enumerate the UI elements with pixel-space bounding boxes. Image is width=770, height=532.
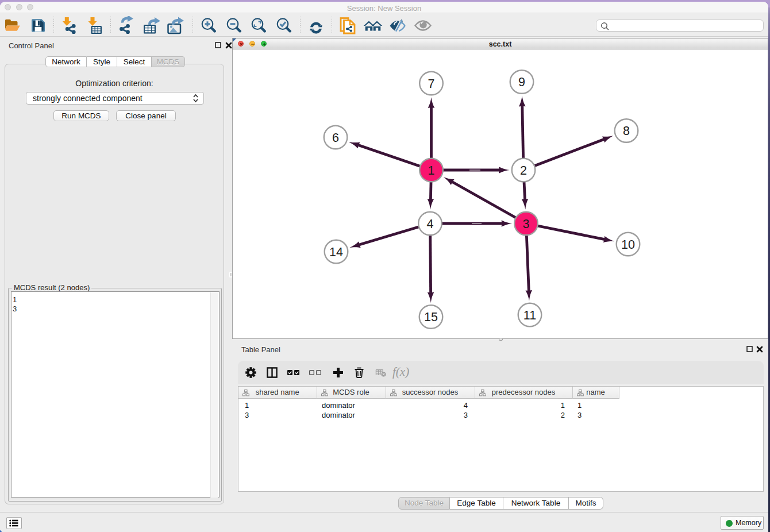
svg-text:15: 15 bbox=[424, 310, 438, 324]
svg-text:9: 9 bbox=[518, 75, 525, 89]
svg-text:3: 3 bbox=[523, 217, 530, 231]
svg-text:10: 10 bbox=[621, 238, 635, 252]
svg-text:4: 4 bbox=[427, 217, 434, 231]
svg-text:6: 6 bbox=[332, 131, 339, 145]
svg-text:1: 1 bbox=[428, 164, 435, 178]
svg-text:8: 8 bbox=[623, 124, 630, 138]
svg-text:14: 14 bbox=[329, 245, 343, 259]
svg-text:2: 2 bbox=[520, 164, 527, 178]
svg-text:11: 11 bbox=[523, 309, 536, 322]
svg-text:7: 7 bbox=[428, 77, 435, 91]
